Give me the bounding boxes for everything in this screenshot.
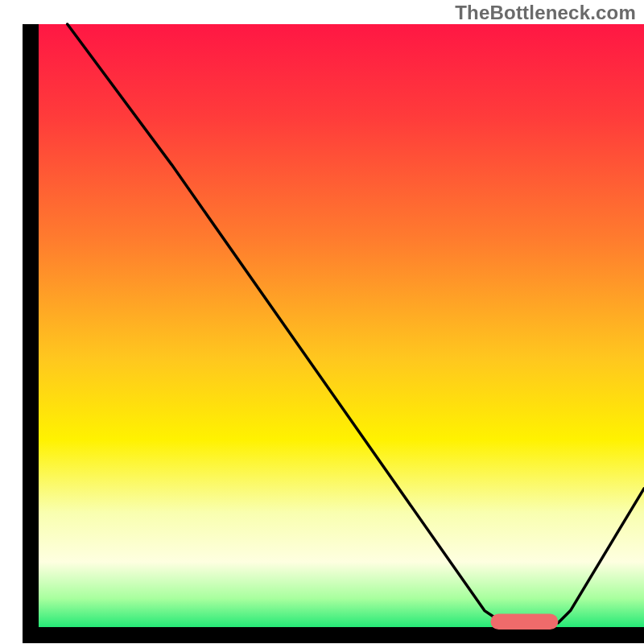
chart-svg [0, 0, 644, 644]
watermark-text: TheBottleneck.com [455, 2, 636, 24]
optimum-marker [491, 613, 559, 630]
bottleneck-chart: TheBottleneck.com [0, 0, 644, 644]
plot-area [31, 24, 644, 635]
